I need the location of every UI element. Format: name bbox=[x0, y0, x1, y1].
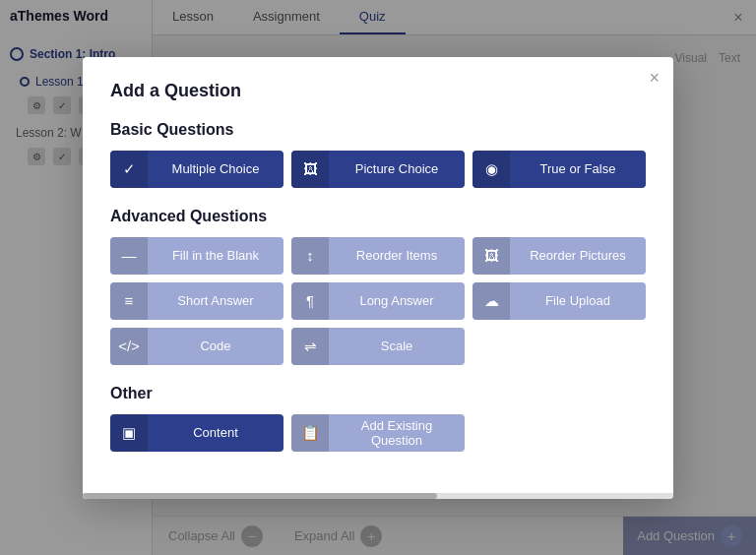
true-or-false-button[interactable]: ◉ True or False bbox=[472, 151, 646, 188]
code-button[interactable]: </> Code bbox=[110, 328, 284, 365]
add-question-modal: × Add a Question Basic Questions ✓ Multi… bbox=[83, 57, 673, 499]
modal-close-button[interactable]: × bbox=[649, 69, 660, 87]
add-existing-icon: 📋 bbox=[291, 414, 329, 452]
fill-blank-button[interactable]: — Fill in the Blank bbox=[110, 237, 284, 275]
reorder-pictures-button[interactable]: 🖼 Reorder Pictures bbox=[472, 237, 646, 275]
true-or-false-icon: ◉ bbox=[472, 151, 510, 188]
reorder-items-label: Reorder Items bbox=[329, 248, 465, 263]
code-label: Code bbox=[148, 339, 284, 353]
reorder-items-button[interactable]: ↕ Reorder Items bbox=[291, 237, 465, 275]
reorder-items-icon: ↕ bbox=[291, 237, 329, 275]
long-answer-icon: ¶ bbox=[291, 282, 329, 320]
fill-blank-icon: — bbox=[110, 237, 148, 275]
scale-icon: ⇌ bbox=[291, 328, 329, 365]
content-button[interactable]: ▣ Content bbox=[110, 414, 284, 452]
long-answer-label: Long Answer bbox=[329, 293, 465, 308]
content-icon: ▣ bbox=[110, 414, 148, 452]
advanced-questions-grid: — Fill in the Blank ↕ Reorder Items 🖼 Re… bbox=[110, 237, 646, 365]
basic-questions-section-title: Basic Questions bbox=[110, 121, 646, 139]
scale-button[interactable]: ⇌ Scale bbox=[291, 328, 465, 365]
file-upload-button[interactable]: ☁ File Upload bbox=[472, 282, 646, 320]
multiple-choice-label: Multiple Choice bbox=[148, 161, 284, 176]
multiple-choice-icon: ✓ bbox=[110, 151, 148, 188]
short-answer-label: Short Answer bbox=[148, 293, 284, 308]
fill-blank-label: Fill in the Blank bbox=[148, 248, 284, 263]
reorder-pictures-label: Reorder Pictures bbox=[510, 248, 646, 263]
code-icon: </> bbox=[110, 328, 148, 365]
other-questions-grid: ▣ Content 📋 Add Existing Question bbox=[110, 414, 646, 452]
short-answer-icon: ≡ bbox=[110, 282, 148, 320]
scale-label: Scale bbox=[329, 339, 465, 353]
file-upload-icon: ☁ bbox=[472, 282, 510, 320]
basic-questions-grid: ✓ Multiple Choice 🖼 Picture Choice ◉ Tru… bbox=[110, 151, 646, 188]
picture-choice-icon: 🖼 bbox=[291, 151, 329, 188]
picture-choice-button[interactable]: 🖼 Picture Choice bbox=[291, 151, 465, 188]
picture-choice-label: Picture Choice bbox=[329, 161, 465, 176]
reorder-pictures-icon: 🖼 bbox=[472, 237, 510, 275]
long-answer-button[interactable]: ¶ Long Answer bbox=[291, 282, 465, 320]
content-label: Content bbox=[148, 425, 284, 440]
modal-scrollbar bbox=[83, 493, 437, 499]
multiple-choice-button[interactable]: ✓ Multiple Choice bbox=[110, 151, 284, 188]
file-upload-label: File Upload bbox=[510, 293, 646, 308]
true-or-false-label: True or False bbox=[510, 161, 646, 176]
add-existing-label: Add Existing Question bbox=[329, 418, 465, 448]
modal-scrollbar-container bbox=[83, 493, 673, 499]
advanced-questions-section-title: Advanced Questions bbox=[110, 208, 646, 225]
modal-overlay: × Add a Question Basic Questions ✓ Multi… bbox=[0, 0, 756, 555]
modal-title: Add a Question bbox=[110, 81, 646, 101]
short-answer-button[interactable]: ≡ Short Answer bbox=[110, 282, 284, 320]
add-existing-question-button[interactable]: 📋 Add Existing Question bbox=[291, 414, 465, 452]
other-section-title: Other bbox=[110, 385, 646, 402]
